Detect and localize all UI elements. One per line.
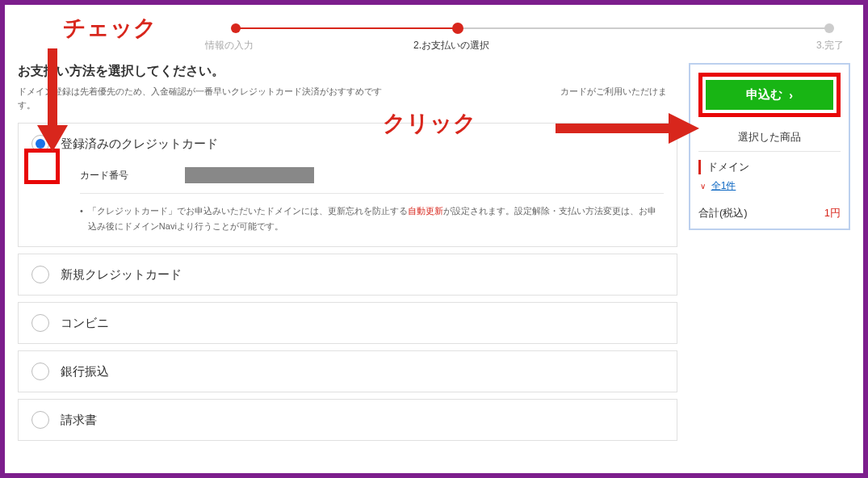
progress-dot-3: [824, 23, 834, 33]
payment-note: • 「クレジットカード」でお申込みいただいたドメインには、更新忘れを防止する自動…: [80, 203, 664, 233]
annotation-click-text: クリック: [383, 108, 476, 139]
annotation-highlight-apply: 申込む ›: [698, 73, 841, 117]
svg-marker-1: [37, 125, 68, 152]
total-value: 1円: [824, 206, 841, 220]
payment-option-convenience[interactable]: コンビニ: [18, 302, 677, 344]
payment-option-label: 登録済みのクレジットカード: [61, 136, 218, 152]
payment-option-invoice[interactable]: 請求書: [18, 399, 677, 441]
arrow-down-icon: [32, 48, 73, 153]
chevron-right-icon: ›: [789, 89, 793, 102]
payment-option-label: 新規クレジットカード: [61, 267, 182, 283]
progress-label-3: 3.完了: [816, 39, 844, 52]
payment-option-bank[interactable]: 銀行振込: [18, 350, 677, 392]
radio-invoice[interactable]: [31, 411, 49, 429]
radio-convenience[interactable]: [31, 314, 49, 332]
apply-button[interactable]: 申込む ›: [706, 80, 833, 110]
radio-new-card[interactable]: [31, 266, 49, 283]
payment-option-label: 請求書: [61, 413, 97, 428]
apply-button-label: 申込む: [746, 87, 782, 103]
progress-stepper: 情報の入力 2.お支払いの選択 3.完了: [21, 21, 847, 53]
progress-dot-2: [452, 23, 463, 34]
progress-label-2: 2.お支払いの選択: [413, 39, 489, 52]
payment-option-label: コンビニ: [61, 316, 109, 331]
payment-option-label: 銀行振込: [61, 364, 109, 379]
progress-dot-1: [231, 23, 241, 33]
arrow-right-icon: [556, 108, 701, 149]
payment-option-new-card[interactable]: 新規クレジットカード: [18, 254, 677, 296]
total-label: 合計(税込): [698, 206, 748, 220]
card-number-masked: [185, 167, 314, 183]
section-title: お支払い方法を選択してください。: [18, 63, 677, 80]
expand-items-link[interactable]: 全1件: [711, 180, 736, 191]
chevron-down-icon: ∨: [700, 182, 706, 191]
svg-marker-3: [669, 113, 699, 144]
card-number-label: カード番号: [80, 169, 185, 182]
summary-domain-label: ドメイン: [698, 160, 841, 174]
summary-title: 選択した商品: [698, 127, 841, 152]
progress-label-1: 情報の入力: [205, 39, 254, 52]
annotation-highlight-radio: [24, 149, 60, 184]
summary-panel: 申込む › 選択した商品 ドメイン ∨ 全1件 合計(税込) 1円: [689, 63, 850, 230]
radio-bank[interactable]: [31, 363, 49, 380]
